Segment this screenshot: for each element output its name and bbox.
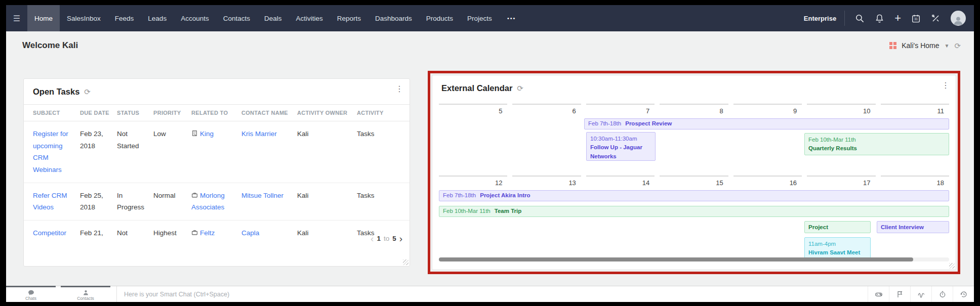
nav-more-icon[interactable]: ••• bbox=[499, 5, 524, 31]
col-subject[interactable]: SUBJECT bbox=[24, 105, 77, 121]
calendar-grid: 5 6 7 8 9 10 11 Feb 7th-18thProspect Rev… bbox=[439, 100, 949, 265]
day-cell: 16 bbox=[733, 176, 802, 187]
next-page-icon[interactable]: › bbox=[399, 234, 402, 243]
nav-item-home[interactable]: Home bbox=[27, 5, 60, 31]
briefcase-icon bbox=[191, 190, 198, 197]
activity-type: Tasks bbox=[354, 183, 410, 220]
nav-item-reports[interactable]: Reports bbox=[330, 5, 368, 31]
search-icon[interactable] bbox=[855, 14, 865, 23]
day-cell: 17 bbox=[807, 176, 875, 187]
calendar-refresh-icon[interactable]: ⟳ bbox=[517, 84, 523, 92]
open-tasks-menu-icon[interactable]: ⋮ bbox=[395, 85, 403, 93]
contact-name-link[interactable]: Mitsue Tollner bbox=[241, 192, 283, 199]
col-related-to[interactable]: RELATED TO bbox=[189, 105, 239, 121]
nav-item-contacts[interactable]: Contacts bbox=[216, 5, 257, 31]
task-subject-link[interactable]: Refer CRM Videos bbox=[33, 192, 67, 211]
day-cell: 15 bbox=[660, 176, 728, 187]
col-contact-name[interactable]: CONTACT NAME bbox=[239, 105, 295, 121]
nav-item-products[interactable]: Products bbox=[419, 5, 460, 31]
day-cell: 9 bbox=[733, 104, 802, 115]
event-team-trip[interactable]: Feb 10th-Mar 11thTeam Trip bbox=[439, 206, 949, 217]
event-title: Hivram Saavt Meet bbox=[808, 249, 860, 255]
related-to-link[interactable]: Feltz bbox=[200, 229, 215, 237]
task-due-date: Feb 23, 2018 bbox=[77, 121, 114, 183]
related-to-link[interactable]: King bbox=[200, 130, 214, 138]
panel-resize-handle[interactable] bbox=[949, 263, 955, 269]
panel-resize-handle[interactable] bbox=[403, 259, 409, 265]
zia-signature-icon[interactable] bbox=[910, 286, 931, 302]
chat-bar-icons bbox=[868, 286, 974, 302]
page-end: 5 bbox=[392, 235, 396, 242]
event-client-interview[interactable]: Client Interview bbox=[877, 221, 949, 233]
day-cell: 14 bbox=[586, 176, 655, 187]
nav-item-activities[interactable]: Activities bbox=[289, 5, 330, 31]
tab-chats[interactable]: Chats bbox=[6, 286, 56, 302]
open-tasks-table: SUBJECT DUE DATE STATUS PRIORITY RELATED… bbox=[24, 104, 410, 245]
external-calendar-panel: External Calendar ⟳ ⋮ 5 6 7 8 9 10 11 Fe… bbox=[432, 75, 956, 270]
activity-owner: Kali bbox=[295, 183, 354, 220]
col-status[interactable]: STATUS bbox=[114, 105, 151, 121]
history-clock-icon[interactable] bbox=[953, 286, 974, 302]
day-cell: 8 bbox=[660, 104, 728, 115]
calendar-icon[interactable]: 31 bbox=[911, 14, 921, 23]
week1-day-row: 5 6 7 8 9 10 11 bbox=[439, 104, 949, 115]
col-due-date[interactable]: DUE DATE bbox=[77, 105, 114, 121]
day-cell: 12 bbox=[439, 176, 507, 187]
hamburger-menu-icon[interactable]: ☰ bbox=[6, 5, 27, 31]
day-cell: 5 bbox=[439, 104, 507, 115]
timer-icon[interactable] bbox=[931, 286, 953, 302]
event-project-akira[interactable]: Feb 7th-18thProject Akira Intro bbox=[439, 190, 949, 201]
event-project[interactable]: Project bbox=[804, 221, 871, 233]
notifications-bell-icon[interactable] bbox=[875, 14, 884, 23]
nav-item-projects[interactable]: Projects bbox=[460, 5, 499, 31]
gamepad-icon[interactable] bbox=[868, 286, 889, 302]
user-avatar[interactable] bbox=[951, 11, 966, 26]
task-subject-link[interactable]: Competitor bbox=[33, 229, 66, 237]
contact-person-icon bbox=[83, 289, 89, 295]
event-quarterly-results[interactable]: Feb 10th-Mar 11thQuarterly Results bbox=[804, 133, 949, 155]
chevron-down-icon[interactable]: ▼ bbox=[945, 43, 950, 49]
quick-create-plus-icon[interactable]: + bbox=[894, 14, 901, 23]
task-due-date: Feb 21, bbox=[77, 220, 114, 245]
event-prospect-review[interactable]: Feb 7th-18thProspect Review bbox=[584, 118, 949, 129]
setup-tools-icon[interactable] bbox=[931, 14, 941, 23]
svg-text:31: 31 bbox=[914, 17, 918, 21]
event-title: Quarterly Results bbox=[808, 145, 857, 151]
grid-icon[interactable] bbox=[889, 42, 896, 49]
event-title: Follow Up - Jaguar Networks bbox=[590, 144, 642, 159]
week2-day-row: 12 13 14 15 16 17 18 bbox=[439, 176, 949, 187]
nav-item-leads[interactable]: Leads bbox=[141, 5, 174, 31]
col-priority[interactable]: PRIORITY bbox=[151, 105, 189, 121]
plan-badge: Enterprise bbox=[804, 15, 836, 22]
event-hivram-meet[interactable]: 11am-4pmHivram Saavt Meet bbox=[804, 237, 871, 259]
nav-item-deals[interactable]: Deals bbox=[257, 5, 289, 31]
contact-name-link[interactable]: Kris Marrier bbox=[241, 130, 277, 138]
day-cell: 6 bbox=[512, 104, 581, 115]
pagination: ‹ 1 to 5 › bbox=[371, 234, 402, 243]
calendar-menu-icon[interactable]: ⋮ bbox=[942, 81, 950, 90]
smart-chat-input[interactable] bbox=[117, 291, 868, 298]
home-view-label[interactable]: Kali's Home bbox=[902, 41, 939, 50]
calendar-hscroll-thumb[interactable] bbox=[439, 257, 913, 261]
event-date: Feb 7th-18th bbox=[588, 120, 621, 126]
page-refresh-icon[interactable]: ⟳ bbox=[954, 42, 961, 50]
event-follow-up-jaguar[interactable]: 10:30am-11:30amFollow Up - Jaguar Networ… bbox=[586, 132, 656, 161]
col-activity[interactable]: ACTIVITY bbox=[354, 105, 410, 121]
calendar-hscroll-track[interactable] bbox=[439, 257, 949, 261]
col-activity-owner[interactable]: ACTIVITY OWNER bbox=[295, 105, 354, 121]
home-view-selector: Kali's Home ▼ ⟳ bbox=[889, 41, 961, 50]
event-time: 11am-4pm bbox=[808, 240, 867, 248]
task-priority: Highest bbox=[151, 220, 189, 245]
nav-item-feeds[interactable]: Feeds bbox=[108, 5, 141, 31]
nav-item-salesinbox[interactable]: SalesInbox bbox=[60, 5, 108, 31]
prev-page-icon[interactable]: ‹ bbox=[371, 234, 374, 243]
task-subject-link[interactable]: Register for upcoming CRM Webinars bbox=[33, 130, 68, 173]
contact-name-link[interactable]: Capla bbox=[241, 229, 259, 237]
open-tasks-refresh-icon[interactable]: ⟳ bbox=[84, 88, 91, 96]
tab-contacts[interactable]: Contacts bbox=[61, 286, 110, 302]
day-cell: 18 bbox=[881, 176, 949, 187]
nav-item-dashboards[interactable]: Dashboards bbox=[368, 5, 419, 31]
day-cell: 11 bbox=[881, 104, 949, 115]
flag-icon[interactable] bbox=[889, 286, 910, 302]
nav-item-accounts[interactable]: Accounts bbox=[174, 5, 216, 31]
